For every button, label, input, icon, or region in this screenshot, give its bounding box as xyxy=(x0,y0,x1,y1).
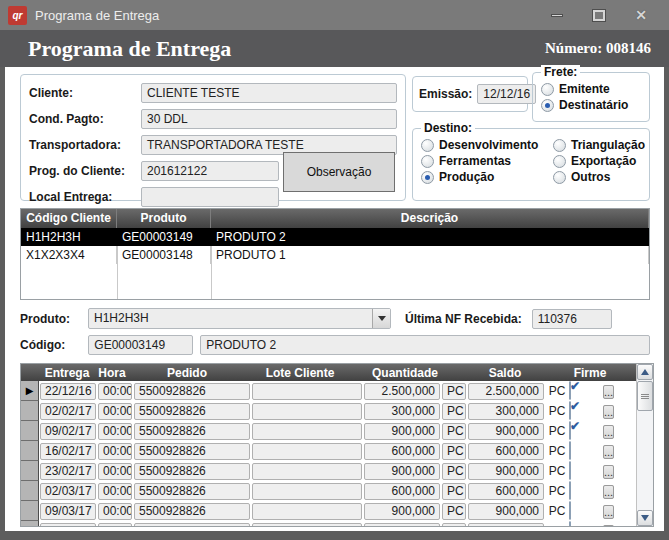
destino-option[interactable]: Triangulação xyxy=(553,137,669,153)
field-input[interactable]: 201612122 xyxy=(141,161,279,181)
entrega-cell[interactable]: 09/02/17 xyxy=(40,423,96,440)
scroll-up-button[interactable] xyxy=(637,364,653,380)
row-detail-button[interactable]: ... xyxy=(603,525,614,527)
entrega-cell[interactable]: 23/02/17 xyxy=(40,463,96,480)
entrega-cell[interactable]: 09/03/17 xyxy=(40,503,96,520)
frete-option[interactable]: Destinatário xyxy=(541,97,643,113)
pedido-cell[interactable]: 5500928826 xyxy=(134,403,250,420)
delivery-row[interactable]: ▶ 22/12/16 00:00 5500928826 2.500,000 PC… xyxy=(21,381,636,401)
scrollbar-thumb[interactable] xyxy=(637,381,653,411)
saldo-cell[interactable]: 300,000 xyxy=(468,403,544,420)
lote-cliente-cell[interactable] xyxy=(252,383,362,400)
saldo-cell[interactable]: 900,000 xyxy=(468,423,544,440)
lote-cliente-cell[interactable] xyxy=(252,403,362,420)
firme-checkbox[interactable] xyxy=(569,461,571,480)
produto-combobox[interactable]: H1H2H3H xyxy=(88,308,391,329)
lote-cliente-cell[interactable] xyxy=(252,423,362,440)
quantidade-cell[interactable]: 300,000 xyxy=(364,403,440,420)
pedido-cell[interactable]: 5500928826 xyxy=(134,503,250,520)
lote-cliente-cell[interactable] xyxy=(252,443,362,460)
hora-cell[interactable]: 00:00 xyxy=(98,523,132,528)
entrega-cell[interactable]: 02/02/17 xyxy=(40,403,96,420)
quantidade-cell[interactable]: 900,000 xyxy=(364,423,440,440)
pedido-cell[interactable]: 5500928826 xyxy=(134,483,250,500)
entrega-cell[interactable]: 16/03/17 xyxy=(40,523,96,528)
lote-cliente-cell[interactable] xyxy=(252,463,362,480)
product-row[interactable]: H1H2H3H GE00003149 PRODUTO 2 xyxy=(21,228,649,246)
saldo-cell[interactable]: 600,000 xyxy=(468,483,544,500)
hora-cell[interactable]: 00:00 xyxy=(98,423,132,440)
codigo-input[interactable]: GE00003149 xyxy=(88,335,193,355)
row-detail-button[interactable]: ... xyxy=(603,485,614,499)
destino-option[interactable]: Exportação xyxy=(553,153,648,169)
entrega-cell[interactable]: 22/12/16 xyxy=(40,383,96,400)
scroll-down-button[interactable] xyxy=(637,510,653,526)
delivery-row[interactable]: 02/03/17 00:00 5500928826 600,000 PC 600… xyxy=(21,481,636,501)
firme-checkbox[interactable] xyxy=(569,501,571,520)
radio-icon[interactable] xyxy=(541,99,554,112)
radio-icon[interactable] xyxy=(553,155,566,168)
pedido-cell[interactable]: 5500928826 xyxy=(134,523,250,528)
firme-checkbox[interactable] xyxy=(569,421,571,440)
pedido-cell[interactable]: 5500928826 xyxy=(134,463,250,480)
quantidade-cell[interactable]: 900,000 xyxy=(364,503,440,520)
hora-cell[interactable]: 00:00 xyxy=(98,463,132,480)
pedido-cell[interactable]: 5500928826 xyxy=(134,443,250,460)
radio-icon[interactable] xyxy=(553,171,566,184)
delivery-row[interactable]: 02/02/17 00:00 5500928826 300,000 PC 300… xyxy=(21,401,636,421)
vertical-scrollbar[interactable] xyxy=(636,364,653,526)
lote-cliente-cell[interactable] xyxy=(252,503,362,520)
delivery-row[interactable]: 23/02/17 00:00 5500928826 900,000 PC 900… xyxy=(21,461,636,481)
quantidade-cell[interactable]: 600,000 xyxy=(364,523,440,528)
hora-cell[interactable]: 00:00 xyxy=(98,503,132,520)
quantidade-cell[interactable]: 600,000 xyxy=(364,443,440,460)
delivery-row[interactable]: 16/03/17 00:00 5500928826 600,000 PC 600… xyxy=(21,521,636,527)
ultima-nf-input[interactable]: 110376 xyxy=(532,309,612,329)
quantidade-cell[interactable]: 600,000 xyxy=(364,483,440,500)
quantidade-cell[interactable]: 900,000 xyxy=(364,463,440,480)
maximize-button[interactable] xyxy=(585,6,613,24)
firme-checkbox[interactable] xyxy=(569,381,571,400)
saldo-cell[interactable]: 600,000 xyxy=(468,443,544,460)
row-detail-button[interactable]: ... xyxy=(603,465,614,479)
close-button[interactable]: ✕ xyxy=(627,6,655,24)
destino-option[interactable]: Outros xyxy=(553,169,648,185)
combobox-dropdown-button[interactable] xyxy=(372,309,390,328)
delivery-row[interactable]: 16/02/17 00:00 5500928826 600,000 PC 600… xyxy=(21,441,636,461)
lote-cliente-cell[interactable] xyxy=(252,483,362,500)
hora-cell[interactable]: 00:00 xyxy=(98,403,132,420)
destino-option[interactable]: Produção xyxy=(421,169,549,185)
row-detail-button[interactable]: ... xyxy=(603,385,614,399)
entrega-cell[interactable]: 16/02/17 xyxy=(40,443,96,460)
delivery-row[interactable]: 09/02/17 00:00 5500928826 900,000 PC 900… xyxy=(21,421,636,441)
firme-checkbox[interactable] xyxy=(569,481,571,500)
destino-option[interactable]: Desenvolvimento xyxy=(421,137,549,153)
destino-option[interactable]: Ferramentas xyxy=(421,153,549,169)
row-detail-button[interactable]: ... xyxy=(603,405,614,419)
row-detail-button[interactable]: ... xyxy=(603,505,614,519)
quantidade-cell[interactable]: 2.500,000 xyxy=(364,383,440,400)
frete-option[interactable]: Emitente xyxy=(541,81,643,97)
entrega-cell[interactable]: 02/03/17 xyxy=(40,483,96,500)
firme-checkbox[interactable] xyxy=(569,441,571,460)
field-input[interactable]: 30 DDL xyxy=(141,109,397,129)
saldo-cell[interactable]: 600,000 xyxy=(468,523,544,528)
hora-cell[interactable]: 00:00 xyxy=(98,383,132,400)
pedido-cell[interactable]: 5500928826 xyxy=(134,383,250,400)
hora-cell[interactable]: 00:00 xyxy=(98,483,132,500)
emissao-input[interactable]: 12/12/16 xyxy=(477,84,536,104)
lote-cliente-cell[interactable] xyxy=(252,523,362,528)
firme-checkbox[interactable] xyxy=(569,401,571,420)
saldo-cell[interactable]: 900,000 xyxy=(468,503,544,520)
field-input[interactable] xyxy=(141,187,279,207)
radio-icon[interactable] xyxy=(421,171,434,184)
hora-cell[interactable]: 00:00 xyxy=(98,443,132,460)
observacao-button[interactable]: Observação xyxy=(283,152,395,192)
radio-icon[interactable] xyxy=(541,83,554,96)
firme-checkbox[interactable] xyxy=(569,521,571,527)
minimize-button[interactable] xyxy=(543,6,571,24)
row-detail-button[interactable]: ... xyxy=(603,425,614,439)
row-detail-button[interactable]: ... xyxy=(603,445,614,459)
radio-icon[interactable] xyxy=(421,155,434,168)
saldo-cell[interactable]: 900,000 xyxy=(468,463,544,480)
